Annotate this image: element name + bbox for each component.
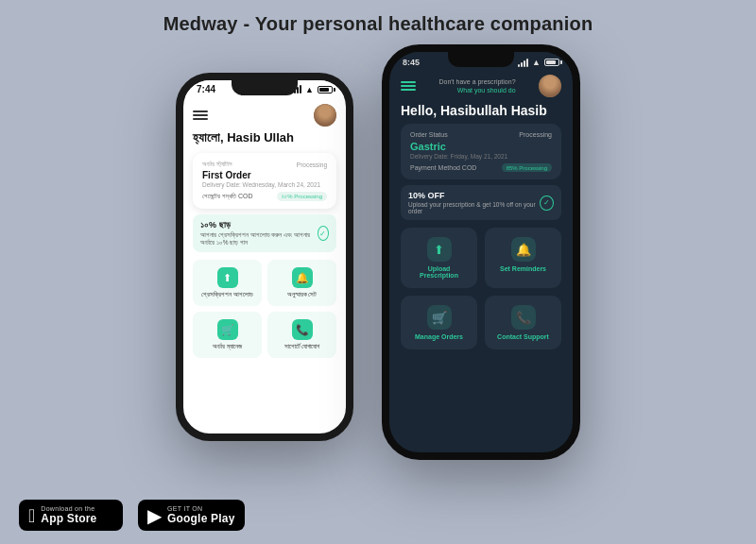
dark-promo-text: 10% OFF Upload your prescription & get 1…: [408, 191, 540, 214]
manage-orders-btn[interactable]: 🛒 অর্ডার ম্যানেজ: [193, 312, 262, 358]
wifi-icon-dark: ▲: [532, 58, 541, 67]
dark-avatar[interactable]: [539, 75, 561, 97]
order-name: First Order: [202, 170, 327, 180]
dark-promo-sub: Upload your prescription & get 10% off o…: [408, 201, 540, 214]
battery-icon: [318, 86, 333, 94]
dark-promo-main: 10% OFF: [408, 191, 540, 200]
promo-check-icon: ✓: [318, 226, 329, 241]
promo-main: ১০% ছাড়: [200, 220, 318, 230]
time-dark: 8:45: [403, 58, 420, 67]
cart-icon: 🛒: [217, 319, 238, 340]
dark-upload-icon: ⬆: [427, 237, 452, 262]
googleplay-icon: ▶: [147, 506, 162, 525]
action-grid-light: ⬆ প্রেসক্রিপশন আপলোড 🔔 অনুস্মারক সেট 🛒 অ…: [193, 260, 336, 358]
dark-btn4-label: Contact Support: [497, 333, 549, 340]
dark-order-date: Delivery Date: Friday, May 21, 2021: [410, 153, 552, 160]
order-method: পেমেন্টের পদ্ধতি COD: [202, 193, 252, 200]
dark-header: Don't have a prescription? What you shou…: [389, 69, 573, 99]
dark-cart-icon: 🛒: [427, 305, 452, 330]
phone-dark: 8:45 ▲ Don't ha: [382, 44, 580, 460]
prescription-prompt: Don't have a prescription? What you shou…: [438, 77, 515, 94]
dark-order-status: Processing: [519, 131, 552, 138]
promo-banner-light[interactable]: ১০% ছাড় আপনার প্রেসক্রিপশন আপলোড করুন এ…: [193, 214, 336, 252]
btn4-label: সাপোর্টে যোগাযোগ: [284, 343, 320, 350]
order-label: অর্ডার স্ট্যাটাস: [202, 161, 232, 168]
dark-order-header: Order Status Processing: [410, 131, 552, 138]
avatar[interactable]: [314, 104, 336, 127]
processing-pill: ৪৫% Processing: [277, 192, 327, 201]
dark-manage-orders-btn[interactable]: 🛒 Manage Orders: [401, 296, 477, 349]
prompt-line1: Don't have a prescription?: [438, 77, 515, 86]
dark-action-grid: ⬆ Upload Prescription 🔔 Set Reminders 🛒 …: [389, 228, 573, 349]
dark-order-name: Gastric: [410, 141, 552, 152]
phone-light: 7:44 ▲: [176, 73, 353, 441]
dark-btn3-label: Manage Orders: [415, 333, 463, 340]
appstore-text: Download on the App Store: [41, 505, 96, 525]
dark-phone-icon: 📞: [511, 305, 536, 330]
promo-sub: আপনার প্রেসক্রিপশন আপলোড করুন এবং আপনার …: [200, 231, 318, 246]
order-status-label: Processing: [297, 162, 327, 168]
phone-light-content: হ্যালো, Hasib Ullah অর্ডার স্ট্যাটাস Pro…: [183, 96, 346, 425]
dark-order-footer: Payment Method COD 85% Processing: [410, 163, 552, 172]
page-title: Medway - Your personal healthcare compan…: [0, 0, 756, 35]
appstore-bottom: App Store: [41, 512, 96, 525]
signal-icon-dark: [518, 59, 528, 67]
dark-upload-prescription-btn[interactable]: ⬆ Upload Prescription: [401, 228, 477, 288]
order-card-light[interactable]: অর্ডার স্ট্যাটাস Processing First Order …: [193, 153, 336, 209]
dark-menu-icon[interactable]: [401, 81, 416, 91]
googleplay-text: GET IT ON Google Play: [167, 505, 235, 525]
status-icons-dark: ▲: [518, 58, 559, 67]
dark-processing-pill: 85% Processing: [502, 163, 552, 172]
appstore-badge[interactable]:  Download on the App Store: [19, 500, 123, 531]
notch-light: [232, 80, 298, 95]
notch-dark: [448, 52, 514, 67]
phone-icon: 📞: [292, 319, 313, 340]
btn3-label: অর্ডার ম্যানেজ: [213, 343, 242, 350]
dark-contact-support-btn[interactable]: 📞 Contact Support: [485, 296, 561, 349]
prompt-line2: What you should do: [438, 86, 515, 94]
appstore-top: Download on the: [41, 505, 96, 512]
order-date: Delivery Date: Wednesday, March 24, 2021: [202, 181, 327, 188]
btn2-label: অনুস্মারক সেট: [287, 291, 318, 298]
set-reminders-btn[interactable]: 🔔 অনুস্মারক সেট: [267, 260, 336, 306]
greeting-dark: Hello, Hasibullah Hasib: [389, 99, 573, 124]
dark-btn2-label: Set Reminders: [500, 265, 546, 272]
googleplay-bottom: Google Play: [167, 512, 235, 525]
order-footer: পেমেন্টের পদ্ধতি COD ৪৫% Processing: [202, 192, 327, 201]
googleplay-top: GET IT ON: [167, 505, 235, 512]
dark-order-method: Payment Method COD: [410, 164, 476, 171]
wifi-icon: ▲: [305, 85, 314, 94]
dark-bell-icon: 🔔: [511, 237, 536, 262]
promo-banner-dark[interactable]: 10% OFF Upload your prescription & get 1…: [401, 185, 561, 220]
upload-prescription-btn[interactable]: ⬆ প্রেসক্রিপশন আপলোড: [193, 260, 262, 306]
order-card-dark[interactable]: Order Status Processing Gastric Delivery…: [401, 124, 561, 179]
phones-container: 7:44 ▲: [0, 44, 756, 469]
dark-promo-check-icon: ✓: [540, 196, 554, 211]
battery-icon-dark: [544, 59, 559, 66]
promo-text: ১০% ছাড় আপনার প্রেসক্রিপশন আপলোড করুন এ…: [200, 220, 318, 246]
time-light: 7:44: [197, 84, 215, 94]
menu-icon[interactable]: [193, 110, 208, 120]
greeting-light: হ্যালো, Hasib Ullah: [193, 130, 336, 145]
apple-icon: : [28, 506, 35, 525]
dark-btn1-label: Upload Prescription: [408, 265, 470, 279]
bell-icon: 🔔: [292, 267, 313, 288]
order-card-header: অর্ডার স্ট্যাটাস Processing: [202, 161, 327, 168]
googleplay-badge[interactable]: ▶ GET IT ON Google Play: [138, 500, 245, 531]
dark-set-reminders-btn[interactable]: 🔔 Set Reminders: [485, 228, 561, 288]
store-badges:  Download on the App Store ▶ GET IT ON …: [19, 500, 245, 531]
light-header: [193, 96, 336, 130]
contact-support-btn[interactable]: 📞 সাপোর্টে যোগাযোগ: [267, 312, 336, 358]
dark-order-label: Order Status: [410, 131, 448, 138]
btn1-label: প্রেসক্রিপশন আপলোড: [201, 291, 253, 298]
upload-icon: ⬆: [217, 267, 238, 288]
